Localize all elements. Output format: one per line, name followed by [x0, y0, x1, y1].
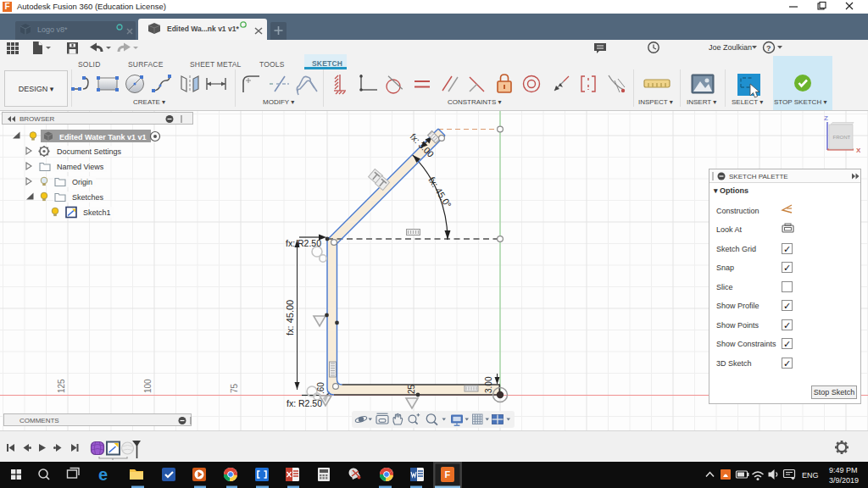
- svg-text:Edited Wa...nk v1 v1*: Edited Wa...nk v1 v1*: [167, 25, 239, 33]
- svg-text:Sketches: Sketches: [72, 193, 104, 202]
- svg-text:F: F: [445, 469, 451, 480]
- svg-text:125: 125: [57, 379, 66, 393]
- svg-text:100: 100: [143, 379, 153, 393]
- svg-text:ENG: ENG: [802, 471, 819, 480]
- svg-text:Named Views: Named Views: [57, 163, 104, 171]
- svg-text:X: X: [856, 147, 861, 154]
- svg-text:fx: R2.50: fx: R2.50: [286, 238, 321, 248]
- svg-text:e: e: [98, 465, 108, 484]
- svg-text:Edited Water Tank v1 v1: Edited Water Tank v1 v1: [59, 133, 147, 141]
- svg-text:fx: 45.00: fx: 45.00: [285, 300, 295, 336]
- svg-text:SKETCH PALETTE: SKETCH PALETTE: [729, 173, 788, 180]
- svg-text:Z: Z: [824, 114, 828, 122]
- svg-text:3/9/2019: 3/9/2019: [829, 476, 859, 485]
- svg-text:Sketch1: Sketch1: [83, 208, 111, 217]
- svg-text:FRONT: FRONT: [833, 135, 851, 140]
- svg-text:?: ?: [766, 44, 771, 53]
- svg-text:Origin: Origin: [72, 178, 92, 186]
- svg-text:.60: .60: [316, 382, 326, 394]
- svg-text:Logo v8*: Logo v8*: [37, 25, 68, 34]
- svg-text:3.00: 3.00: [484, 376, 493, 393]
- svg-text:fx: R2.50: fx: R2.50: [287, 398, 322, 408]
- svg-text:fx: 45.0°: fx: 45.0°: [426, 175, 453, 210]
- svg-text:9:49 PM: 9:49 PM: [829, 466, 858, 474]
- svg-text:25: 25: [407, 384, 416, 394]
- svg-text:75: 75: [230, 383, 239, 393]
- svg-text:Document Settings: Document Settings: [57, 147, 122, 156]
- svg-text:Joe Zoulkian: Joe Zoulkian: [709, 43, 752, 52]
